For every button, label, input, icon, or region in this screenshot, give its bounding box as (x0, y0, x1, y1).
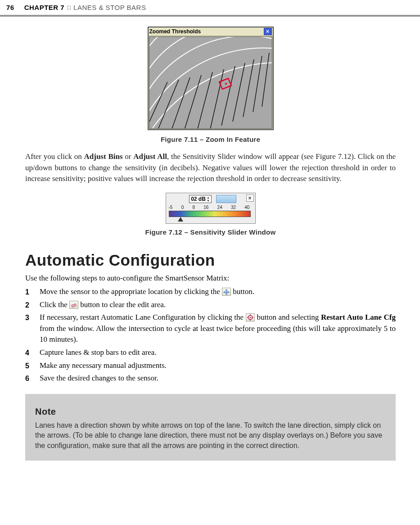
db-spinner[interactable]: ▲ ▼ (207, 196, 210, 202)
svg-line-7 (233, 63, 245, 122)
paragraph-sensitivity: After you click on Adjust Bins or Adjust… (25, 151, 396, 185)
step-item: Move the sensor to the appropriate locat… (25, 286, 396, 298)
figure-caption: Figure 7.11 – Zoom In Feature (25, 136, 396, 143)
spinner-down-icon: ▼ (207, 199, 210, 202)
svg-line-8 (243, 59, 254, 117)
zoom-panel: Zoomed Thresholds × (148, 27, 274, 130)
figure-zoom-in: Zoomed Thresholds × (25, 27, 396, 143)
slider-scale: -5 0 8 16 24 32 40 (169, 205, 250, 210)
steps-list: Move the sensor to the appropriate locat… (25, 286, 396, 384)
zoom-radar-viewport (149, 36, 272, 129)
chapter-title: LANES & STOP BARS (73, 4, 146, 11)
svg-point-15 (249, 317, 251, 318)
section-heading: Automatic Configuration (25, 251, 396, 269)
svg-line-1 (156, 80, 179, 129)
slider-pointer-icon[interactable] (169, 217, 251, 222)
page-number: 76 (6, 4, 14, 11)
page-header: 76 CHAPTER 7 □ LANES & STOP BARS (0, 0, 420, 17)
note-title: Note (35, 407, 386, 417)
step-item: Click the button to clear the edit area. (25, 299, 396, 311)
svg-marker-12 (223, 289, 230, 295)
svg-line-6 (221, 66, 235, 126)
svg-line-0 (149, 82, 167, 129)
step-item: Save the desired changes to the sensor. (25, 373, 396, 384)
step-item: If necessary, restart Automatic Lane Con… (25, 312, 396, 345)
note-body: Lanes have a direction shown by white ar… (35, 421, 386, 451)
intro-text: Use the following steps to auto-configur… (25, 274, 396, 283)
color-gradient-bar (169, 211, 251, 217)
chapter-label: CHAPTER 7 (24, 4, 65, 11)
chapter-separator: □ (67, 4, 71, 11)
zoom-window-title: Zoomed Thresholds (149, 28, 201, 35)
figure-sensitivity-slider: × 02 dB ▲ ▼ -5 0 8 16 24 32 40 (25, 193, 396, 236)
eraser-icon[interactable] (69, 301, 78, 309)
db-readout: 02 dB ▲ ▼ (189, 195, 212, 203)
svg-line-5 (210, 69, 224, 129)
apply-button[interactable] (216, 195, 236, 203)
svg-line-4 (197, 72, 212, 129)
close-icon[interactable]: × (246, 195, 254, 202)
step-item: Make any necessary manual adjustments. (25, 360, 396, 371)
close-icon[interactable]: × (264, 28, 272, 35)
step-item: Capture lanes & stop bars to edit area. (25, 347, 396, 358)
move-sensor-icon[interactable] (222, 288, 231, 296)
note-box: Note Lanes have a direction shown by whi… (25, 394, 396, 461)
spinner-up-icon: ▲ (207, 196, 210, 199)
sensitivity-slider-panel: × 02 dB ▲ ▼ -5 0 8 16 24 32 40 (166, 193, 256, 224)
svg-rect-13 (72, 303, 77, 307)
svg-line-10 (262, 53, 269, 107)
svg-line-3 (183, 75, 201, 129)
svg-point-11 (225, 83, 227, 85)
figure-caption: Figure 7.12 – Sensitivity Slider Window (25, 228, 396, 236)
gear-icon[interactable] (246, 313, 255, 321)
